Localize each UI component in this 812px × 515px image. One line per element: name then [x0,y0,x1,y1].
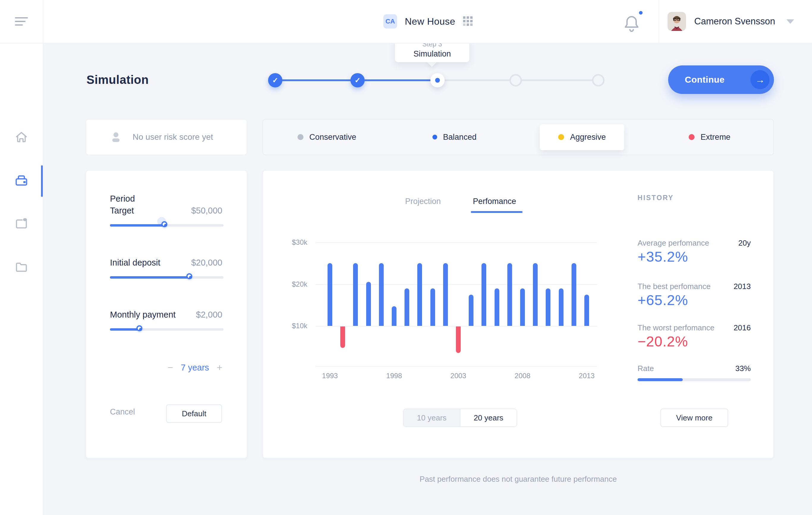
risk-option-label: Extreme [700,133,730,142]
history-row-meta: 2016 [733,323,751,333]
arrow-right-icon [751,70,770,89]
range-10-years[interactable]: 10 years [404,409,460,426]
sidebar-item-folder[interactable] [0,252,43,284]
risk-option-conservative[interactable]: Conservative [263,119,390,154]
bar-chart-plot: $30k$20k$10k [316,235,597,366]
x-axis-label-2008: 2008 [509,372,536,380]
continue-button[interactable]: Continue [668,65,774,94]
y-axis-label: $30k [292,238,313,247]
initial-deposit-value: $20,000 [191,258,222,267]
y-axis-label: $20k [292,280,313,288]
tooltip-step-label: Simulation [413,49,451,59]
cancel-button[interactable]: Cancel [110,407,135,417]
project-switcher[interactable]: CA New House [383,0,473,43]
period-label: Period [110,194,135,204]
history-row-label: The best perfomance [638,282,710,291]
project-avatar-badge: CA [383,14,397,29]
history-title: HISTORY [638,194,674,202]
risk-option-inner: Extreme [689,133,730,142]
x-axis-line [316,366,597,367]
x-axis-label-1998: 1998 [381,372,407,380]
stepper-step-3-active[interactable] [430,73,445,87]
bell-icon [623,14,640,34]
performance-chart-card: Projection Perfomance $30k$20k$10k 19931… [262,170,774,458]
target-slider-thumb[interactable] [162,221,167,227]
history-row-value: +65.2% [638,292,688,308]
rate-progress-fill [638,378,683,381]
notification-badge [639,11,643,15]
sidebar [0,44,44,515]
period-decrease-button[interactable]: − [168,362,173,373]
initial-deposit-slider-thumb[interactable] [186,273,192,279]
risk-option-label: Aggresive [570,133,606,142]
monthly-payment-slider[interactable] [110,328,224,331]
bar-2004 [469,295,473,326]
bar-2008 [520,288,525,326]
risk-score-text: No user risk score yet [133,132,213,142]
period-increase-button[interactable]: + [217,362,222,373]
stepper-step-2-done[interactable] [350,73,365,87]
period-stepper: − 7 years + [168,362,222,373]
bar-2001 [430,288,435,326]
hamburger-menu-icon[interactable] [15,17,28,26]
risk-option-inner: Aggresive [540,124,624,150]
sidebar-header-cell [0,0,44,43]
risk-option-extreme[interactable]: Extreme [646,119,773,154]
history-row-value: +35.2% [638,249,688,265]
bar-1996 [366,282,371,326]
rate-label: Rate [638,364,654,373]
range-20-years[interactable]: 20 years [460,409,517,426]
sidebar-item-wallet[interactable] [0,165,43,197]
home-icon [15,131,28,144]
risk-level-selector: ConservativeBalancedAggresiveExtreme [262,119,774,155]
risk-option-inner: Balanced [432,133,477,142]
stepper-step-1-done[interactable] [268,73,282,87]
bar-2005 [482,263,486,326]
apps-grid-icon[interactable] [463,16,473,26]
monthly-payment-value: $2,000 [196,310,222,320]
bar-2006 [495,288,499,326]
history-row-meta: 2013 [733,282,751,291]
tab-perfomance[interactable]: Perfomance [473,197,516,206]
sidebar-item-home[interactable] [0,121,43,154]
progress-stepper [268,68,595,92]
notifications-button[interactable] [622,10,644,33]
x-axis-label-1993: 1993 [317,372,343,380]
target-value: $50,000 [191,206,222,216]
y-axis-label: $10k [292,322,313,330]
slider-fill [110,224,166,227]
stepper-step-5-todo[interactable] [592,74,605,87]
risk-option-aggresive[interactable]: Aggresive [518,119,646,154]
bar-1997 [379,263,384,326]
history-row-label: Average perfomance [638,238,709,248]
active-item-indicator [41,165,43,197]
monthly-payment-slider-thumb[interactable] [137,325,142,331]
sidebar-item-folder-notification[interactable] [0,208,43,240]
history-row-label: The worst perfomance [638,323,715,333]
continue-label: Continue [685,75,725,85]
slider-fill [110,276,191,279]
bar-2002 [443,263,448,326]
target-slider[interactable] [110,224,224,227]
history-panel: HISTORY Average perfomance 20y +35.2% Th… [638,171,751,458]
default-button[interactable]: Default [166,404,222,423]
monthly-payment-label: Monthly payment [110,310,176,320]
risk-dot-icon [558,134,564,140]
bar-2003 [456,326,461,353]
bar-2010 [546,288,550,326]
tab-projection[interactable]: Projection [405,197,441,206]
bar-2011 [559,288,563,326]
radio-selected-icon [432,135,437,139]
view-more-button[interactable]: View more [660,408,728,427]
chevron-down-icon [786,19,794,24]
history-row-meta: 20y [738,238,751,248]
risk-option-balanced[interactable]: Balanced [390,119,518,154]
folder-notification-icon [15,217,28,231]
header: CA New House [0,0,812,44]
initial-deposit-slider[interactable] [110,276,224,279]
active-tab-underline [471,211,523,213]
stepper-step-4-todo[interactable] [510,74,522,87]
gridline-20k [316,284,597,285]
user-menu[interactable]: Cameron Svensson [659,12,812,31]
history-row-value: −20.2% [638,333,688,350]
